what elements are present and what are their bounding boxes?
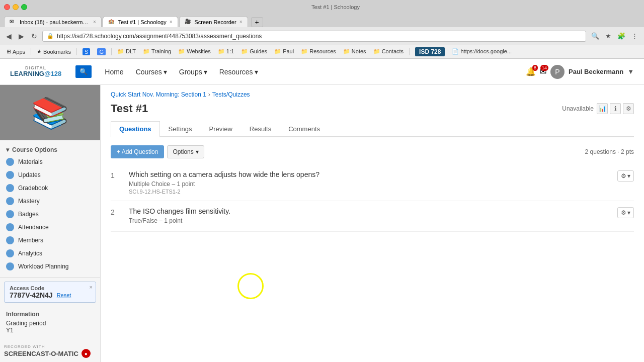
- search-icon-btn[interactable]: 🔍: [589, 31, 601, 41]
- gear-arrow-2: ▾: [627, 209, 630, 216]
- attendance-label: Attendance: [18, 224, 49, 231]
- members-icon: [6, 236, 14, 244]
- nav-home[interactable]: Home: [100, 66, 128, 78]
- nav-groups[interactable]: Groups ▾: [174, 66, 212, 78]
- bookmark-contacts[interactable]: 📁 Contacts: [371, 48, 406, 55]
- bookmark-11[interactable]: 📁 1:1: [215, 48, 236, 55]
- maximize-button[interactable]: [21, 4, 27, 10]
- cursor-circle: [237, 273, 264, 299]
- tab-settings[interactable]: Settings: [160, 121, 201, 136]
- refresh-button[interactable]: ↻: [29, 31, 39, 41]
- bookmark-g[interactable]: G: [95, 48, 108, 56]
- bookmark-training[interactable]: 📁 Training: [140, 48, 174, 55]
- browser-tab-schoology[interactable]: 🏫 Test #1 | Schoology ×: [103, 16, 178, 27]
- forward-button[interactable]: ▶: [17, 31, 26, 41]
- add-question-button[interactable]: + Add Question: [111, 145, 164, 158]
- browser-tab-screenrecorder-close[interactable]: ×: [239, 19, 243, 25]
- sidebar: 📚 ▾ Course Options Materials Updates Gra…: [0, 85, 101, 362]
- course-options-section: ▾ Course Options Materials Updates Grade…: [0, 140, 100, 278]
- analytics-label: Analytics: [18, 250, 42, 257]
- close-button[interactable]: [4, 4, 10, 10]
- materials-label: Materials: [18, 158, 43, 165]
- extensions-btn[interactable]: 🧩: [615, 31, 627, 41]
- bm-sep-3: [111, 48, 112, 55]
- browser-tab-screenrecorder[interactable]: 🎥 Screen Recorder ×: [179, 16, 248, 27]
- traffic-lights: [4, 4, 27, 10]
- access-code-label: Access Code: [10, 285, 91, 291]
- sidebar-item-attendance[interactable]: Attendance: [0, 221, 100, 234]
- bookmark-isd728[interactable]: ISD 728: [413, 47, 447, 57]
- sidebar-item-gradebook[interactable]: Gradebook: [0, 182, 100, 195]
- bookmark-apps-label: Apps: [13, 49, 25, 55]
- notifications-btn[interactable]: 🔔 8: [526, 67, 536, 76]
- nav-icons: 🔍 ★ 🧩 ⋮: [589, 31, 640, 41]
- questions-toolbar: + Add Question Options ▾ 2 questions · 2…: [111, 145, 634, 158]
- bookmark-paul[interactable]: 📁 Paul: [272, 48, 296, 55]
- badges-icon: [6, 210, 14, 218]
- course-options-header[interactable]: ▾ Course Options: [0, 144, 100, 155]
- minimize-button[interactable]: [13, 4, 19, 10]
- question-gear-button-2[interactable]: ⚙ ▾: [617, 207, 634, 218]
- search-button[interactable]: 🔍: [75, 65, 92, 78]
- settings-icon[interactable]: ⚙: [623, 103, 634, 114]
- tab-preview[interactable]: Preview: [201, 121, 241, 136]
- page-title: Test #1: [111, 102, 148, 115]
- sidebar-item-members[interactable]: Members: [0, 234, 100, 247]
- sidebar-item-analytics[interactable]: Analytics: [0, 247, 100, 260]
- bookmark-notes[interactable]: 📁 Notes: [341, 48, 369, 55]
- title-bar: Test #1 | Schoology: [0, 0, 644, 14]
- sidebar-item-materials[interactable]: Materials: [0, 155, 100, 168]
- question-text-1: Which setting on a camera adjusts how wi…: [129, 170, 609, 178]
- bookmark-websites[interactable]: 📁 Websitles: [176, 48, 213, 55]
- tab-comments[interactable]: Comments: [280, 121, 329, 136]
- sidebar-item-mastery[interactable]: Mastery: [0, 195, 100, 208]
- gear-arrow-1: ▾: [627, 172, 630, 179]
- bookmark-bookmarks[interactable]: ★ Bookmarks: [34, 48, 73, 55]
- browser-tab-gmail-close[interactable]: ×: [93, 19, 96, 25]
- grading-period-value: Y1: [6, 327, 94, 334]
- access-code-reset-button[interactable]: Reset: [57, 292, 71, 298]
- bm-sep-1: [31, 48, 31, 55]
- bookmark-apps[interactable]: ⊞ Apps: [4, 48, 28, 55]
- new-tab-button[interactable]: +: [251, 17, 263, 27]
- options-arrow: ▾: [196, 148, 199, 155]
- bookmark-docs[interactable]: 📄 https://docs.google...: [449, 48, 514, 55]
- messages-btn[interactable]: ✉ 14: [540, 67, 546, 76]
- user-dropdown-arrow[interactable]: ▼: [627, 68, 634, 75]
- bookmark-dlt[interactable]: 📁 DLT: [115, 48, 138, 55]
- information-label: Information: [6, 311, 94, 318]
- avatar[interactable]: P: [550, 65, 565, 79]
- bookmark-star-btn[interactable]: ★: [603, 31, 613, 41]
- bookmark-guides[interactable]: 📁 Guides: [238, 48, 270, 55]
- unavailable-badge: Unavailable 📊 ℹ ⚙: [562, 103, 634, 114]
- browser-tab-screenrecorder-label: Screen Recorder: [195, 19, 236, 25]
- bookmark-s[interactable]: S: [80, 48, 93, 56]
- sidebar-item-updates[interactable]: Updates: [0, 168, 100, 182]
- chart-icon[interactable]: 📊: [597, 103, 608, 114]
- nav-courses[interactable]: Courses ▾: [131, 66, 172, 78]
- browser-tab-schoology-close[interactable]: ×: [170, 19, 173, 25]
- question-type-1: Multiple Choice: [129, 180, 170, 188]
- back-button[interactable]: ◀: [4, 31, 14, 41]
- sidebar-item-workload-planning[interactable]: Workload Planning: [0, 260, 100, 273]
- breadcrumb-course[interactable]: Quick Start Nov. Morning: Section 1: [111, 91, 206, 98]
- sidebar-item-badges[interactable]: Badges: [0, 208, 100, 221]
- access-code-close-button[interactable]: ×: [90, 284, 93, 290]
- question-gear-button-1[interactable]: ⚙ ▾: [617, 170, 634, 182]
- nav-resources[interactable]: Resources ▾: [214, 66, 263, 78]
- analytics-icon: [6, 249, 14, 257]
- question-meta-2: True/False – 1 point: [129, 217, 609, 224]
- bookmarks-bar: ⊞ Apps ★ Bookmarks S G 📁 DLT 📁 Training …: [0, 45, 644, 58]
- question-body-1: Which setting on a camera adjusts how wi…: [129, 170, 609, 195]
- tab-questions[interactable]: Questions: [111, 121, 160, 137]
- workload-icon: [6, 262, 14, 270]
- bookmark-resources[interactable]: 📁 Resources: [298, 48, 339, 55]
- menu-btn[interactable]: ⋮: [629, 31, 640, 41]
- unavailable-label: Unavailable: [562, 105, 594, 112]
- address-bar[interactable]: 🔒 https://isd728.schoology.com/assignmen…: [42, 31, 586, 42]
- browser-tab-gmail[interactable]: ✉ Inbox (18) - paul.beckerme... ×: [4, 16, 102, 27]
- tab-results[interactable]: Results: [241, 121, 280, 136]
- info-icon[interactable]: ℹ: [610, 103, 621, 114]
- options-button[interactable]: Options ▾: [167, 145, 204, 158]
- breadcrumb-tests[interactable]: Tests/Quizzes: [212, 91, 250, 98]
